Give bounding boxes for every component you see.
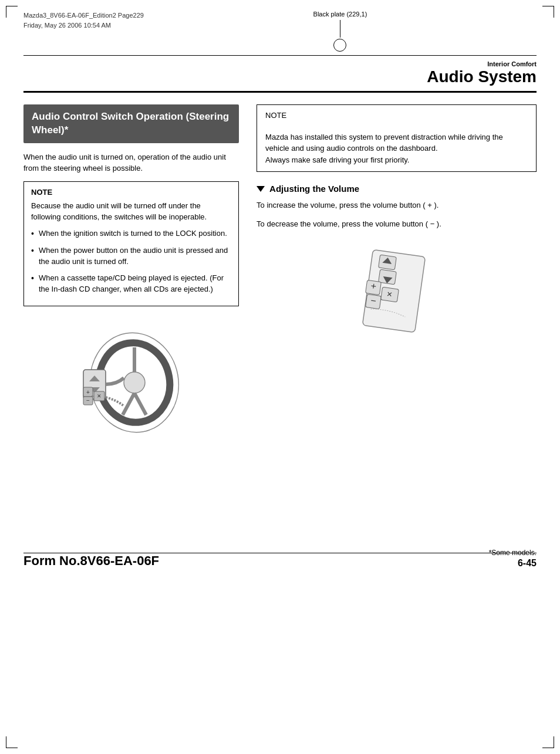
right-note-body: Mazda has installed this system to preve… xyxy=(265,120,528,165)
section-title-area: Interior Comfort Audio System xyxy=(0,56,560,89)
right-note-box: NOTE Mazda has installed this system to … xyxy=(257,104,537,172)
volume-control-image: + VOL − ✕ xyxy=(257,241,537,335)
steering-wheel-image: + VOL − ✕ xyxy=(23,318,239,447)
title-rule xyxy=(23,91,537,93)
left-heading: Audio Control Switch Operation (Steering… xyxy=(32,110,231,137)
left-note-box: NOTE Because the audio unit will be turn… xyxy=(23,181,239,306)
volume-increase-text: To increase the volume, press the volume… xyxy=(257,200,537,211)
volume-decrease-text: To decrease the volume, press the volume… xyxy=(257,218,537,230)
highlight-box: Audio Control Switch Operation (Steering… xyxy=(23,104,239,143)
left-intro: When the audio unit is turned on, operat… xyxy=(23,151,239,174)
steering-wheel-svg: + VOL − ✕ xyxy=(73,324,190,441)
section-title: Audio System xyxy=(23,67,537,86)
page-number: 6-45 xyxy=(489,558,537,569)
header-line2: Friday, May 26 2006 10:54 AM xyxy=(23,21,144,31)
two-col-layout: Audio Control Switch Operation (Steering… xyxy=(0,104,560,447)
corner-br xyxy=(542,736,554,748)
left-column: Audio Control Switch Operation (Steering… xyxy=(23,104,239,447)
bullet-3: When a cassette tape/CD being played is … xyxy=(31,272,231,295)
header-center-label: Black plate (229,1) xyxy=(313,11,367,18)
corner-tl xyxy=(6,6,18,18)
corner-bl xyxy=(6,736,18,748)
page-header: Mazda3_8V66-EA-06F_Edition2 Page229 Frid… xyxy=(0,0,560,55)
svg-text:✕: ✕ xyxy=(386,290,393,299)
bullet-1: When the ignition switch is turned to th… xyxy=(31,228,231,240)
svg-text:+: + xyxy=(86,389,90,395)
triangle-down-icon xyxy=(257,186,265,192)
svg-point-2 xyxy=(124,372,145,393)
footer-right: *Some models. 6-45 xyxy=(489,549,537,569)
header-line1: Mazda3_8V66-EA-06F_Edition2 Page229 xyxy=(23,11,144,21)
form-number: Form No.8V66-EA-06F xyxy=(23,553,159,569)
svg-line-4 xyxy=(123,393,134,415)
page-footer: Form No.8V66-EA-06F *Some models. 6-45 xyxy=(0,546,560,571)
bullet-2: When the power button on the audio unit … xyxy=(31,245,231,268)
svg-text:−: − xyxy=(86,397,90,404)
bullet-list: When the ignition switch is turned to th… xyxy=(31,228,231,295)
header-left: Mazda3_8V66-EA-06F_Edition2 Page229 Frid… xyxy=(23,11,144,30)
left-note-title: NOTE xyxy=(31,188,231,197)
corner-tr xyxy=(542,6,554,18)
left-note-intro: Because the audio unit will be turned of… xyxy=(31,201,207,222)
section-subtitle: Interior Comfort xyxy=(23,60,537,67)
svg-line-5 xyxy=(134,393,146,415)
right-column: NOTE Mazda has installed this system to … xyxy=(257,104,537,447)
footnote: *Some models. xyxy=(489,549,537,557)
header-center: Black plate (229,1) xyxy=(313,11,367,52)
svg-text:✕: ✕ xyxy=(97,393,102,399)
header-divider-line xyxy=(340,20,340,38)
volume-control-svg: + VOL − ✕ xyxy=(350,241,444,335)
header-circle xyxy=(333,39,346,52)
right-note-title: NOTE xyxy=(265,111,528,120)
left-note-body: Because the audio unit will be turned of… xyxy=(31,200,231,295)
volume-heading: Adjusting the Volume xyxy=(257,184,537,194)
